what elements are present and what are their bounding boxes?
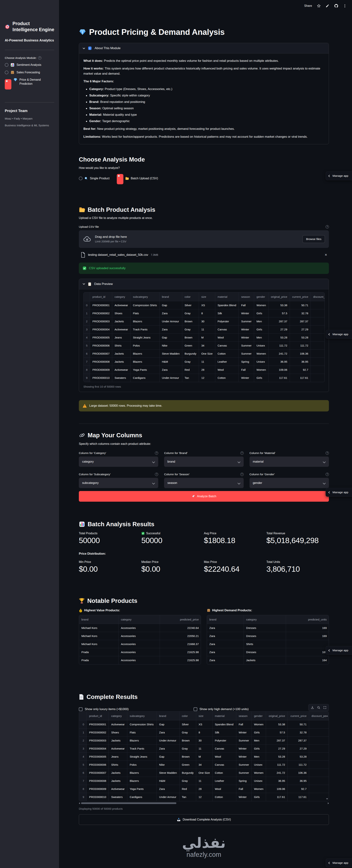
- highest-demand-table-wrap[interactable]: brandcategorypredicted_unitsZaraDresses1…: [207, 615, 329, 664]
- kebab-menu-icon[interactable]: [343, 4, 347, 8]
- table-cell: 53.28: [287, 753, 309, 761]
- star-icon[interactable]: [317, 4, 321, 8]
- sidebar-item-sentiment-analysis[interactable]: Sentiment Analysis: [5, 63, 54, 67]
- table-cell: 12: [199, 374, 215, 382]
- table-cell: Girls: [254, 326, 268, 334]
- help-icon[interactable]: ?: [38, 56, 41, 60]
- highest-value-table-wrap[interactable]: brandcategorypredicted_priceMichael Kors…: [79, 615, 201, 664]
- manage-app-button[interactable]: Manage app: [326, 646, 352, 655]
- manage-app-button[interactable]: Manage app: [326, 172, 352, 180]
- scrollbar-thumb[interactable]: [81, 802, 177, 804]
- sidebar-item-sales-forecasting[interactable]: Sales Forecasting: [5, 70, 54, 74]
- table-cell: [311, 309, 325, 317]
- select-subcategory[interactable]: subcategory: [79, 478, 158, 488]
- help-icon[interactable]: ?: [326, 473, 329, 476]
- scroll-down-arrow[interactable]: [326, 798, 328, 800]
- scroll-left-arrow[interactable]: [79, 802, 80, 804]
- table-cell: 57.5: [268, 309, 290, 317]
- download-icon[interactable]: [311, 706, 314, 709]
- table-cell: PROD000010: [90, 374, 112, 382]
- table-cell: 27.29: [266, 745, 287, 753]
- preview-table-wrap[interactable]: product_idcategorysubcategorybrandcolors…: [84, 292, 325, 382]
- table-cell: Jackets: [109, 769, 127, 777]
- table-cell: Under Armour: [157, 793, 180, 801]
- column-header: material: [215, 292, 239, 301]
- table-cell: Jackets: [109, 737, 127, 745]
- table-row: ZaraDresses165: [207, 648, 329, 656]
- table-cell: 11: [196, 745, 212, 753]
- radio-unselected[interactable]: [5, 63, 8, 67]
- table-cell: 287.37: [266, 737, 287, 745]
- radio-selected[interactable]: [5, 79, 11, 90]
- list-item: Material:Material quality and type: [85, 112, 324, 117]
- sidebar-item-price-demand[interactable]: Price & Demand Prediction: [5, 78, 54, 90]
- table-cell: Cotton: [215, 350, 239, 358]
- uploaded-file-size: 7.3MB: [151, 253, 158, 256]
- table-cell: [309, 769, 329, 777]
- column-header: brand: [157, 712, 180, 720]
- preview-expander-header[interactable]: Data Preview: [79, 279, 329, 289]
- table-cell: Track Pants: [127, 745, 157, 753]
- select-material[interactable]: material: [250, 457, 329, 467]
- complete-table-wrap[interactable]: product_idcategorysubcategorybrandcolors…: [79, 711, 329, 801]
- select-season[interactable]: season: [164, 478, 244, 488]
- table-cell: 92.7: [290, 366, 311, 374]
- radio-unselected[interactable]: [79, 177, 83, 180]
- table-cell: Zara: [207, 632, 244, 640]
- table-cell: [309, 793, 329, 801]
- manage-app-button[interactable]: Manage app: [326, 488, 352, 497]
- table-row: 1PROD000002ShoesFlatsZaraGray8SilkWinter…: [79, 728, 329, 737]
- select-gender[interactable]: gender: [250, 478, 329, 488]
- help-icon[interactable]: ?: [326, 452, 329, 455]
- table-cell: Zara: [160, 326, 182, 334]
- manage-app-button[interactable]: Manage app: [326, 859, 352, 867]
- horizontal-scrollbar[interactable]: [79, 802, 329, 805]
- analyze-batch-button[interactable]: Analyze Batch: [79, 491, 329, 502]
- table-cell: 36.95: [266, 777, 287, 785]
- table-row: 1PROD000002ShoesFlatsZaraGray8SilkWinter…: [84, 309, 325, 317]
- mode-option-single[interactable]: Single Product: [79, 176, 109, 180]
- checkbox-icon[interactable]: [194, 707, 197, 711]
- help-icon[interactable]: ?: [241, 452, 244, 455]
- share-button[interactable]: Share: [304, 4, 312, 7]
- github-icon[interactable]: [334, 4, 339, 8]
- chevron-left-icon: [328, 491, 331, 494]
- checkbox-luxury[interactable]: Show only luxury items (>$1000): [79, 707, 194, 711]
- close-icon[interactable]: ×: [325, 253, 327, 257]
- file-dropzone[interactable]: Drag and drop file here Limit 200MB per …: [79, 230, 329, 248]
- table-cell: 1: [79, 728, 87, 737]
- table-cell: 0: [79, 720, 87, 728]
- table-cell: Women: [254, 350, 268, 358]
- browse-files-button[interactable]: Browse files: [302, 235, 325, 243]
- pencil-icon[interactable]: [326, 4, 329, 8]
- fullscreen-icon[interactable]: [323, 706, 326, 709]
- help-icon[interactable]: ?: [155, 452, 158, 455]
- checkbox-icon[interactable]: [79, 707, 83, 711]
- table-cell: Winter: [236, 745, 252, 753]
- radio-selected[interactable]: [117, 174, 123, 184]
- help-icon[interactable]: ?: [241, 473, 244, 476]
- help-icon[interactable]: ?: [326, 225, 329, 228]
- table-row: 8PROD000009ActivewearYoga PantsZaraRed28…: [84, 366, 325, 374]
- list-item: Season:Optimal selling season: [85, 106, 324, 111]
- about-expander-header[interactable]: About This Module: [79, 43, 329, 54]
- table-cell: Canvas: [212, 745, 236, 753]
- download-csv-button[interactable]: Download Complete Analysis (CSV): [79, 814, 329, 825]
- select-category[interactable]: category: [79, 457, 158, 467]
- table-cell: PROD000006: [90, 342, 112, 350]
- watermark: نفذلي nafezly.com: [79, 836, 329, 859]
- scroll-right-arrow[interactable]: [328, 802, 329, 804]
- checkbox-high-demand[interactable]: Show only high demand (>100 units): [194, 707, 308, 711]
- table-cell: Activewear: [109, 745, 127, 753]
- folder-icon: [125, 177, 129, 180]
- search-icon[interactable]: [317, 706, 320, 709]
- table-row: 7PROD000008JacketsBlazersH&MGray11Leathe…: [84, 358, 325, 366]
- manage-app-button[interactable]: Manage app: [326, 330, 352, 339]
- select-brand[interactable]: brand: [164, 457, 244, 467]
- radio-unselected[interactable]: [5, 70, 8, 74]
- help-icon[interactable]: ?: [155, 473, 158, 476]
- gem-icon: [79, 28, 86, 36]
- scroll-up-arrow[interactable]: [326, 715, 328, 717]
- highest-demand-heading: Highest Demand Products:: [207, 608, 329, 612]
- mode-option-batch[interactable]: Batch Upload (CSV): [117, 173, 158, 184]
